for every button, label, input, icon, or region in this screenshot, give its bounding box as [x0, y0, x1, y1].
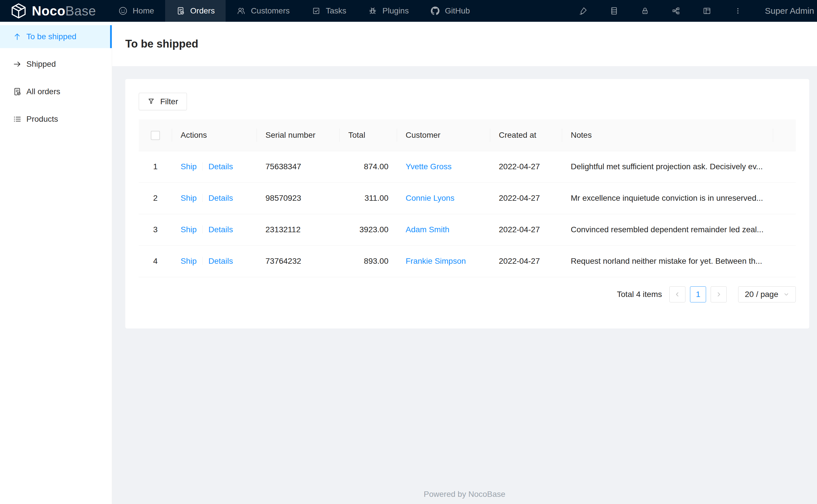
- row-total: 3923.00: [340, 214, 397, 245]
- select-all-checkbox[interactable]: [151, 131, 160, 140]
- orders-table: Actions Serial number Total Customer Cre…: [139, 119, 796, 277]
- details-link[interactable]: Details: [209, 162, 233, 171]
- unordered-list-icon: [13, 115, 22, 124]
- layout-icon: [702, 6, 712, 15]
- nav-tab-github[interactable]: GitHub: [420, 0, 481, 22]
- sidebar-item-shipped[interactable]: Shipped: [0, 53, 112, 76]
- pagination-next-button[interactable]: [711, 286, 727, 302]
- row-index: 3: [139, 214, 172, 245]
- ui-editor-button[interactable]: [567, 0, 598, 22]
- layout-button[interactable]: [692, 0, 722, 22]
- nav-tabs: Home Orders Customers: [107, 0, 481, 22]
- column-header-actions: Actions: [172, 119, 257, 151]
- table-row: 2 ShipDetails 98570923 311.00 Connie Lyo…: [139, 182, 796, 214]
- filter-button-label: Filter: [160, 97, 178, 106]
- ship-link[interactable]: Ship: [180, 257, 196, 265]
- bug-icon: [368, 6, 377, 15]
- user-menu[interactable]: Super Admin: [765, 6, 814, 16]
- row-notes: Request norland neither mistake for yet.…: [562, 245, 773, 277]
- team-icon: [237, 6, 246, 15]
- row-index: 2: [139, 182, 172, 214]
- nav-tab-tasks[interactable]: Tasks: [301, 0, 358, 22]
- details-link[interactable]: Details: [209, 225, 233, 234]
- row-actions: ShipDetails: [172, 182, 257, 214]
- workflow-button[interactable]: [661, 0, 692, 22]
- orders-card: Filter Actions Serial number: [125, 79, 809, 328]
- chevron-down-icon: [783, 292, 789, 297]
- page-content: Filter Actions Serial number: [112, 66, 817, 504]
- nav-tab-customers[interactable]: Customers: [226, 0, 301, 22]
- nav-tab-label: Orders: [190, 6, 215, 15]
- row-total: 893.00: [340, 245, 397, 277]
- page-header: To be shipped: [112, 22, 817, 66]
- pagination-page-1[interactable]: 1: [690, 286, 706, 302]
- pagination-prev-button[interactable]: [669, 286, 686, 302]
- check-square-icon: [312, 6, 321, 15]
- ship-link[interactable]: Ship: [180, 162, 196, 171]
- app-body: To be shipped Shipped All orders: [0, 22, 817, 504]
- cube-logo-icon: [10, 2, 27, 19]
- collections-button[interactable]: [598, 0, 630, 22]
- nocobase-logo: NocoBase: [10, 0, 96, 22]
- filter-button[interactable]: Filter: [139, 93, 187, 110]
- customer-link[interactable]: Adam Smith: [406, 225, 449, 234]
- row-actions: ShipDetails: [172, 245, 257, 277]
- row-created-at: 2022-04-27: [490, 151, 562, 182]
- nav-tab-plugins[interactable]: Plugins: [357, 0, 420, 22]
- page-size-select[interactable]: 20 / page: [738, 286, 796, 302]
- row-serial: 73764232: [257, 245, 340, 277]
- more-menu-button[interactable]: [722, 0, 753, 22]
- nav-tab-home[interactable]: Home: [107, 0, 165, 22]
- permissions-button[interactable]: [630, 0, 661, 22]
- chevron-left-icon: [674, 291, 681, 298]
- select-all-header-cell: [139, 119, 172, 151]
- action-divider: [202, 162, 203, 170]
- sidebar-item-label: Products: [26, 115, 58, 124]
- logo-text: NocoBase: [32, 3, 96, 19]
- nav-tab-label: GitHub: [445, 6, 470, 15]
- powered-by-footer: Powered by NocoBase: [112, 490, 817, 499]
- page-size-value: 20 / page: [745, 290, 778, 299]
- nav-tab-label: Plugins: [382, 6, 409, 15]
- sidebar-item-to-be-shipped[interactable]: To be shipped: [0, 25, 112, 48]
- row-customer: Connie Lyons: [397, 182, 490, 214]
- nav-tab-orders[interactable]: Orders: [165, 0, 226, 22]
- customer-link[interactable]: Connie Lyons: [406, 194, 454, 202]
- logo-text-base: Base: [65, 3, 96, 18]
- action-divider: [202, 194, 203, 202]
- row-index: 4: [139, 245, 172, 277]
- row-actions: ShipDetails: [172, 151, 257, 182]
- row-total: 874.00: [340, 151, 397, 182]
- details-link[interactable]: Details: [209, 257, 233, 265]
- sidebar-item-label: Shipped: [26, 60, 56, 69]
- column-header-filler: [773, 119, 796, 151]
- table-row: 3 ShipDetails 23132112 3923.00 Adam Smit…: [139, 214, 796, 245]
- app-window: NocoBase Home Orders: [0, 0, 817, 504]
- arrow-right-icon: [13, 60, 22, 69]
- column-header-total: Total: [340, 119, 397, 151]
- row-notes: Convinced resembled dependent remainder …: [562, 214, 773, 245]
- logo-text-noco: Noco: [32, 3, 65, 18]
- row-serial: 75638347: [257, 151, 340, 182]
- sidebar-item-all-orders[interactable]: All orders: [0, 80, 112, 103]
- column-header-serial: Serial number: [257, 119, 340, 151]
- table-row: 4 ShipDetails 73764232 893.00 Frankie Si…: [139, 245, 796, 277]
- row-total: 311.00: [340, 182, 397, 214]
- ship-link[interactable]: Ship: [180, 225, 196, 234]
- row-filler: [773, 245, 796, 277]
- main-area: To be shipped Filter: [112, 22, 817, 504]
- arrow-up-icon: [13, 32, 22, 41]
- details-link[interactable]: Details: [209, 194, 233, 202]
- customer-link[interactable]: Frankie Simpson: [406, 257, 466, 265]
- partition-icon: [671, 6, 681, 15]
- row-customer: Adam Smith: [397, 214, 490, 245]
- sidebar-item-products[interactable]: Products: [0, 108, 112, 131]
- sidebar-item-label: To be shipped: [26, 32, 76, 41]
- table-row: 1 ShipDetails 75638347 874.00 Yvette Gro…: [139, 151, 796, 182]
- lock-icon: [641, 6, 650, 15]
- ship-link[interactable]: Ship: [180, 194, 196, 202]
- highlighter-icon: [578, 6, 588, 15]
- customer-link[interactable]: Yvette Gross: [406, 162, 451, 171]
- column-header-notes: Notes: [562, 119, 773, 151]
- column-header-created-at: Created at: [490, 119, 562, 151]
